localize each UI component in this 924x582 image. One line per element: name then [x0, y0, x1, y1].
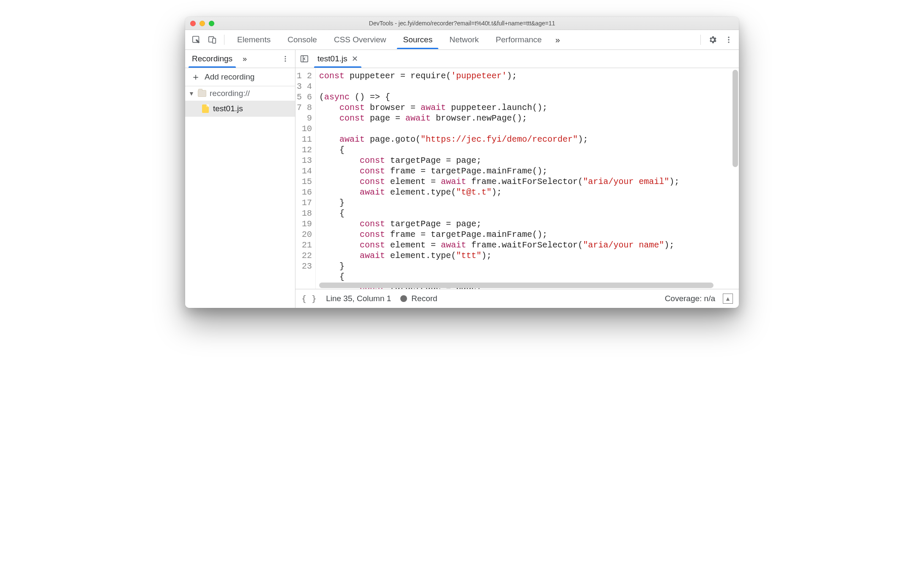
panel-tab-bar: ElementsConsoleCSS OverviewSourcesNetwor… [185, 30, 739, 50]
caret-down-icon: ▼ [189, 90, 194, 97]
tree-folder-label: recording:// [210, 89, 250, 98]
vertical-scrollbar[interactable] [733, 70, 738, 167]
editor-file-tab-label: test01.js [317, 54, 347, 63]
panel-tab-performance[interactable]: Performance [487, 31, 550, 49]
editor: test01.js ✕ 1 2 3 4 5 6 7 8 9 10 11 12 1… [295, 50, 739, 308]
maximize-window-button[interactable] [209, 21, 214, 26]
js-file-icon [202, 104, 209, 113]
editor-footer: { } Line 35, Column 1 Record Coverage: n… [295, 289, 739, 308]
code-area: 1 2 3 4 5 6 7 8 9 10 11 12 13 14 15 16 1… [295, 68, 739, 289]
record-label: Record [411, 294, 437, 303]
minimize-window-button[interactable] [200, 21, 205, 26]
coverage-label: Coverage: n/a [665, 294, 715, 303]
sidebar: Recordings » ＋ Add recording ▼ recording… [185, 50, 295, 308]
sidebar-kebab-menu-icon[interactable] [277, 55, 293, 63]
device-toolbar-icon[interactable] [205, 32, 220, 47]
panel-tab-network[interactable]: Network [441, 31, 487, 49]
scroll-to-top-icon[interactable]: ▲ [723, 294, 733, 304]
tree-folder-root[interactable]: ▼ recording:// [185, 86, 295, 101]
close-tab-icon[interactable]: ✕ [352, 54, 358, 63]
svg-point-4 [728, 39, 729, 40]
settings-gear-icon[interactable] [705, 32, 720, 47]
pretty-print-icon[interactable]: { } [301, 294, 317, 303]
tree-file-item[interactable]: test01.js [185, 101, 295, 117]
sidebar-more-tabs-chevron-icon[interactable]: » [238, 55, 251, 63]
close-window-button[interactable] [190, 21, 196, 26]
horizontal-scrollbar[interactable] [319, 283, 714, 288]
window-controls [185, 21, 214, 26]
inspect-element-icon[interactable] [189, 32, 204, 47]
svg-point-8 [285, 60, 286, 62]
code-content[interactable]: const puppeteer = require('puppeteer'); … [316, 68, 739, 289]
sidebar-body: ＋ Add recording ▼ recording:// test01.js [185, 68, 295, 308]
panel-tab-elements[interactable]: Elements [229, 31, 279, 49]
code-scroll[interactable]: const puppeteer = require('puppeteer'); … [316, 68, 739, 289]
folder-icon [198, 90, 206, 97]
svg-point-7 [285, 58, 286, 60]
line-number-gutter: 1 2 3 4 5 6 7 8 9 10 11 12 13 14 15 16 1… [295, 68, 316, 289]
panel-tab-sources[interactable]: Sources [394, 31, 441, 49]
panel-tab-css-overview[interactable]: CSS Overview [325, 31, 395, 49]
editor-file-tab[interactable]: test01.js ✕ [312, 51, 364, 67]
separator [224, 35, 224, 45]
sidebar-tab-bar: Recordings » [185, 50, 295, 68]
separator [700, 35, 701, 45]
svg-point-3 [728, 37, 729, 38]
editor-tab-bar: test01.js ✕ [295, 50, 739, 68]
svg-point-6 [285, 56, 286, 57]
more-tabs-chevron-icon[interactable]: » [551, 35, 564, 45]
svg-point-5 [728, 41, 729, 43]
kebab-menu-icon[interactable] [721, 32, 736, 47]
titlebar: DevTools - jec.fyi/demo/recorder?email=t… [185, 17, 739, 30]
add-recording-button[interactable]: ＋ Add recording [185, 68, 295, 86]
svg-rect-2 [213, 38, 216, 43]
devtools-window: DevTools - jec.fyi/demo/recorder?email=t… [185, 17, 739, 308]
record-button[interactable]: Record [400, 294, 437, 303]
add-recording-label: Add recording [205, 72, 254, 82]
record-icon [400, 295, 407, 302]
toggle-navigator-icon[interactable] [298, 54, 311, 63]
window-title: DevTools - jec.fyi/demo/recorder?email=t… [185, 20, 739, 27]
tree-file-label: test01.js [213, 104, 243, 113]
sidebar-tab-recordings[interactable]: Recordings [187, 51, 238, 67]
cursor-position-label: Line 35, Column 1 [326, 294, 391, 303]
panel-tab-console[interactable]: Console [279, 31, 325, 49]
main-area: Recordings » ＋ Add recording ▼ recording… [185, 50, 739, 308]
